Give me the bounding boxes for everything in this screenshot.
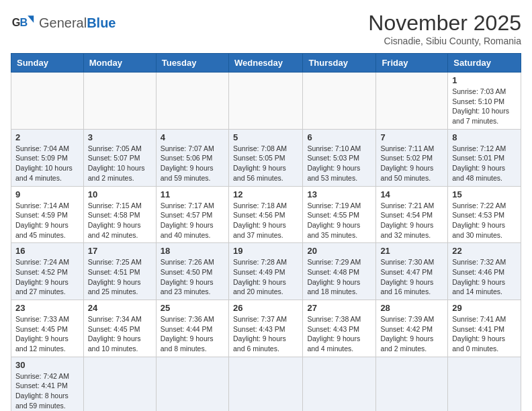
calendar-header: SundayMondayTuesdayWednesdayThursdayFrid… xyxy=(11,54,521,73)
header-thursday: Thursday xyxy=(303,54,376,73)
day-number: 25 xyxy=(161,303,224,313)
day-info: Sunrise: 7:25 AM Sunset: 4:51 PM Dayligh… xyxy=(88,257,152,297)
calendar-cell: 17Sunrise: 7:25 AM Sunset: 4:51 PM Dayli… xyxy=(83,243,156,300)
day-info: Sunrise: 7:18 AM Sunset: 4:56 PM Dayligh… xyxy=(233,201,298,240)
calendar-cell: 16Sunrise: 7:24 AM Sunset: 4:52 PM Dayli… xyxy=(11,243,84,300)
day-info: Sunrise: 7:12 AM Sunset: 5:01 PM Dayligh… xyxy=(452,144,517,183)
day-number: 22 xyxy=(452,246,517,256)
day-info: Sunrise: 7:08 AM Sunset: 5:05 PM Dayligh… xyxy=(233,144,298,183)
day-number: 6 xyxy=(307,132,371,142)
calendar-cell: 24Sunrise: 7:34 AM Sunset: 4:45 PM Dayli… xyxy=(83,300,156,357)
day-info: Sunrise: 7:22 AM Sunset: 4:53 PM Dayligh… xyxy=(452,201,517,240)
calendar-cell: 4Sunrise: 7:07 AM Sunset: 5:06 PM Daylig… xyxy=(156,129,228,186)
day-number: 3 xyxy=(88,132,152,142)
month-title: November 2025 xyxy=(368,11,521,36)
day-info: Sunrise: 7:30 AM Sunset: 4:47 PM Dayligh… xyxy=(380,257,443,297)
day-info: Sunrise: 7:29 AM Sunset: 4:48 PM Dayligh… xyxy=(307,257,371,297)
calendar-cell xyxy=(376,357,448,411)
calendar-cell xyxy=(228,73,302,130)
day-number: 2 xyxy=(15,132,79,142)
calendar-cell: 28Sunrise: 7:39 AM Sunset: 4:42 PM Dayli… xyxy=(376,300,448,357)
calendar-cell: 22Sunrise: 7:32 AM Sunset: 4:46 PM Dayli… xyxy=(448,243,521,300)
day-number: 19 xyxy=(233,246,298,256)
day-info: Sunrise: 7:15 AM Sunset: 4:58 PM Dayligh… xyxy=(88,201,152,240)
svg-text:B: B xyxy=(20,16,28,28)
calendar-cell xyxy=(376,73,448,130)
day-number: 11 xyxy=(161,189,224,199)
day-number: 7 xyxy=(380,132,443,142)
calendar-week-5: 23Sunrise: 7:33 AM Sunset: 4:45 PM Dayli… xyxy=(11,300,521,357)
location: Cisnadie, Sibiu County, Romania xyxy=(368,36,521,46)
calendar-cell xyxy=(11,73,84,130)
calendar-cell: 10Sunrise: 7:15 AM Sunset: 4:58 PM Dayli… xyxy=(83,186,156,243)
day-info: Sunrise: 7:17 AM Sunset: 4:57 PM Dayligh… xyxy=(161,201,224,240)
calendar-week-6: 30Sunrise: 7:42 AM Sunset: 4:41 PM Dayli… xyxy=(11,357,521,411)
header-monday: Monday xyxy=(83,54,156,73)
calendar-week-2: 2Sunrise: 7:04 AM Sunset: 5:09 PM Daylig… xyxy=(11,129,521,186)
day-number: 30 xyxy=(15,360,79,370)
day-info: Sunrise: 7:03 AM Sunset: 5:10 PM Dayligh… xyxy=(452,87,517,126)
logo-icon: G B xyxy=(11,11,35,35)
calendar-cell: 12Sunrise: 7:18 AM Sunset: 4:56 PM Dayli… xyxy=(228,186,302,243)
calendar-cell: 8Sunrise: 7:12 AM Sunset: 5:01 PM Daylig… xyxy=(448,129,521,186)
logo: G B GeneralBlue xyxy=(11,11,116,35)
header-friday: Friday xyxy=(376,54,448,73)
day-number: 5 xyxy=(233,132,298,142)
day-info: Sunrise: 7:28 AM Sunset: 4:49 PM Dayligh… xyxy=(233,257,298,297)
day-info: Sunrise: 7:14 AM Sunset: 4:59 PM Dayligh… xyxy=(15,201,79,240)
calendar-cell xyxy=(83,357,156,411)
calendar-week-3: 9Sunrise: 7:14 AM Sunset: 4:59 PM Daylig… xyxy=(11,186,521,243)
day-number: 18 xyxy=(161,246,224,256)
calendar-cell: 15Sunrise: 7:22 AM Sunset: 4:53 PM Dayli… xyxy=(448,186,521,243)
day-number: 17 xyxy=(88,246,152,256)
day-number: 28 xyxy=(380,303,443,313)
calendar-cell: 2Sunrise: 7:04 AM Sunset: 5:09 PM Daylig… xyxy=(11,129,84,186)
day-info: Sunrise: 7:36 AM Sunset: 4:44 PM Dayligh… xyxy=(161,314,224,354)
day-info: Sunrise: 7:24 AM Sunset: 4:52 PM Dayligh… xyxy=(15,257,79,297)
calendar-cell: 13Sunrise: 7:19 AM Sunset: 4:55 PM Dayli… xyxy=(303,186,376,243)
calendar-cell: 21Sunrise: 7:30 AM Sunset: 4:47 PM Dayli… xyxy=(376,243,448,300)
day-info: Sunrise: 7:38 AM Sunset: 4:43 PM Dayligh… xyxy=(307,314,371,354)
day-number: 21 xyxy=(380,246,443,256)
calendar-cell: 25Sunrise: 7:36 AM Sunset: 4:44 PM Dayli… xyxy=(156,300,228,357)
day-info: Sunrise: 7:05 AM Sunset: 5:07 PM Dayligh… xyxy=(88,144,152,183)
calendar-cell xyxy=(156,357,228,411)
header-tuesday: Tuesday xyxy=(156,54,228,73)
header-sunday: Sunday xyxy=(11,54,84,73)
day-number: 16 xyxy=(15,246,79,256)
day-number: 13 xyxy=(307,189,371,199)
calendar-cell xyxy=(303,73,376,130)
day-info: Sunrise: 7:33 AM Sunset: 4:45 PM Dayligh… xyxy=(15,314,79,354)
calendar-cell: 3Sunrise: 7:05 AM Sunset: 5:07 PM Daylig… xyxy=(83,129,156,186)
header-wednesday: Wednesday xyxy=(228,54,302,73)
day-info: Sunrise: 7:11 AM Sunset: 5:02 PM Dayligh… xyxy=(380,144,443,183)
day-info: Sunrise: 7:41 AM Sunset: 4:41 PM Dayligh… xyxy=(452,314,517,354)
calendar-cell xyxy=(228,357,302,411)
calendar-cell: 19Sunrise: 7:28 AM Sunset: 4:49 PM Dayli… xyxy=(228,243,302,300)
day-info: Sunrise: 7:04 AM Sunset: 5:09 PM Dayligh… xyxy=(15,144,79,183)
day-info: Sunrise: 7:42 AM Sunset: 4:41 PM Dayligh… xyxy=(15,371,79,411)
calendar-cell: 9Sunrise: 7:14 AM Sunset: 4:59 PM Daylig… xyxy=(11,186,84,243)
calendar-cell: 27Sunrise: 7:38 AM Sunset: 4:43 PM Dayli… xyxy=(303,300,376,357)
day-number: 26 xyxy=(233,303,298,313)
day-info: Sunrise: 7:21 AM Sunset: 4:54 PM Dayligh… xyxy=(380,201,443,240)
calendar-cell: 26Sunrise: 7:37 AM Sunset: 4:43 PM Dayli… xyxy=(228,300,302,357)
calendar-cell xyxy=(448,357,521,411)
svg-text:G: G xyxy=(12,16,21,28)
calendar-week-4: 16Sunrise: 7:24 AM Sunset: 4:52 PM Dayli… xyxy=(11,243,521,300)
logo-text: GeneralBlue xyxy=(39,15,116,31)
day-info: Sunrise: 7:07 AM Sunset: 5:06 PM Dayligh… xyxy=(161,144,224,183)
day-info: Sunrise: 7:19 AM Sunset: 4:55 PM Dayligh… xyxy=(307,201,371,240)
header-saturday: Saturday xyxy=(448,54,521,73)
calendar-cell: 1Sunrise: 7:03 AM Sunset: 5:10 PM Daylig… xyxy=(448,73,521,130)
calendar-cell xyxy=(303,357,376,411)
page-header: G B GeneralBlue November 2025 Cisnadie, … xyxy=(11,11,521,46)
calendar-cell: 7Sunrise: 7:11 AM Sunset: 5:02 PM Daylig… xyxy=(376,129,448,186)
calendar-cell: 20Sunrise: 7:29 AM Sunset: 4:48 PM Dayli… xyxy=(303,243,376,300)
calendar-week-1: 1Sunrise: 7:03 AM Sunset: 5:10 PM Daylig… xyxy=(11,73,521,130)
day-number: 4 xyxy=(161,132,224,142)
day-number: 8 xyxy=(452,132,517,142)
day-number: 29 xyxy=(452,303,517,313)
calendar-cell: 30Sunrise: 7:42 AM Sunset: 4:41 PM Dayli… xyxy=(11,357,84,411)
day-info: Sunrise: 7:37 AM Sunset: 4:43 PM Dayligh… xyxy=(233,314,298,354)
